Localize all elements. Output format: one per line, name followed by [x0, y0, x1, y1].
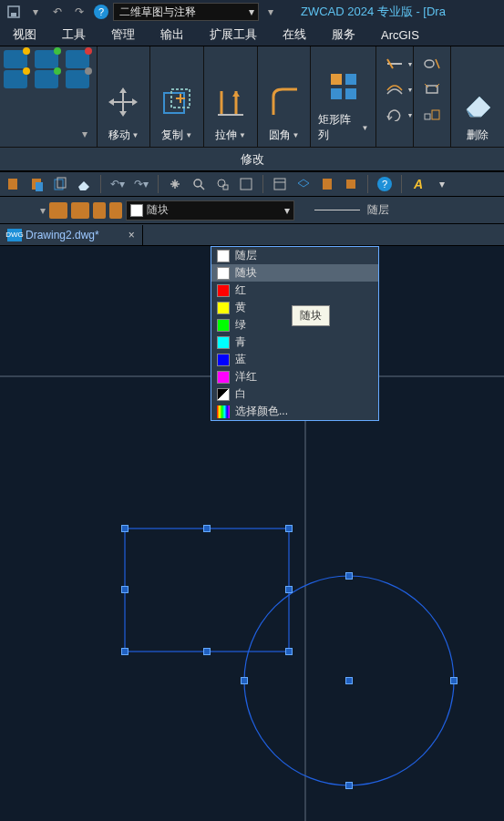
svg-rect-22: [8, 179, 17, 190]
page-setup-icon[interactable]: [109, 202, 122, 219]
color-dropdown[interactable]: 随块 ▾: [126, 200, 294, 221]
svg-rect-10: [345, 74, 356, 85]
help-icon[interactable]: ?: [91, 3, 111, 21]
paste-icon[interactable]: [27, 175, 46, 193]
color-option-cyan[interactable]: 青: [211, 334, 378, 351]
zoom-icon[interactable]: [190, 175, 208, 193]
chevron-down-icon: ▾: [249, 5, 254, 18]
grip-handle[interactable]: [121, 525, 129, 532]
layer-icon[interactable]: [66, 50, 89, 68]
chevron-down-icon[interactable]: ▾: [261, 3, 281, 21]
svg-line-28: [201, 186, 204, 190]
workspace-dropdown[interactable]: 二维草图与注释 ▾: [113, 3, 259, 21]
fillet-button[interactable]: 圆角▼: [258, 46, 312, 147]
explode-icon[interactable]: [421, 81, 443, 97]
save-icon[interactable]: [4, 3, 24, 21]
close-icon[interactable]: ×: [129, 229, 135, 241]
layer-icon[interactable]: [4, 70, 27, 88]
svg-rect-35: [346, 180, 355, 189]
grip-handle[interactable]: [241, 677, 248, 684]
color-option-select[interactable]: 选择颜色...: [211, 403, 378, 420]
color-option-magenta[interactable]: 洋红: [211, 368, 378, 385]
color-option-white[interactable]: 白: [211, 385, 378, 403]
trim-icon[interactable]: ▼: [384, 56, 406, 72]
grip-handle[interactable]: [121, 648, 129, 655]
copy-button[interactable]: 复制▼: [150, 46, 204, 147]
linetype-display[interactable]: 随层: [314, 202, 389, 218]
array-label: 矩形阵列: [318, 112, 359, 143]
layer-icon[interactable]: [4, 50, 27, 68]
svg-point-15: [425, 60, 434, 67]
grip-handle[interactable]: [345, 572, 353, 580]
menu-manage[interactable]: 管理: [111, 26, 135, 43]
menu-online[interactable]: 在线: [283, 26, 306, 43]
svg-point-29: [218, 180, 225, 187]
grip-handle[interactable]: [203, 525, 211, 532]
chevron-down-icon[interactable]: ▾: [433, 175, 451, 193]
menu-service[interactable]: 服务: [332, 26, 355, 43]
stretch-button[interactable]: 拉伸▼: [204, 46, 258, 147]
chevron-down-icon[interactable]: ▾: [4, 125, 93, 143]
chevron-down-icon: ▼: [361, 124, 368, 132]
grip-handle[interactable]: [345, 782, 353, 789]
rotate-icon[interactable]: ▼: [384, 107, 406, 123]
grip-handle[interactable]: [121, 586, 129, 593]
zoom-window-icon[interactable]: [213, 175, 231, 193]
grip-handle[interactable]: [450, 677, 458, 684]
scale-icon[interactable]: [421, 107, 443, 123]
svg-rect-20: [425, 114, 430, 119]
svg-rect-21: [432, 110, 439, 119]
layer-icon[interactable]: [66, 70, 89, 88]
move-label: 移动: [108, 128, 130, 143]
zoom-extents-icon[interactable]: [237, 175, 255, 193]
ribbon-layer-panel: ▾: [0, 46, 98, 147]
array-button[interactable]: 矩形阵列▼: [311, 46, 376, 147]
text-style-icon[interactable]: A: [409, 175, 427, 193]
pan-icon[interactable]: [166, 175, 184, 193]
menu-arcgis[interactable]: ArcGIS: [381, 28, 419, 42]
svg-point-27: [194, 180, 201, 187]
erase-button[interactable]: 删除: [451, 46, 504, 147]
menu-output[interactable]: 输出: [160, 26, 184, 43]
eraser-icon[interactable]: [75, 175, 93, 193]
drawing-canvas[interactable]: 随层 随块 红 黄 绿 青 蓝 洋红 白 选择颜色... 随块: [0, 246, 504, 821]
mirror-icon[interactable]: [421, 56, 443, 72]
linetype-label: 随层: [367, 202, 389, 218]
redo-icon[interactable]: ↷▾: [132, 175, 150, 193]
layer-icon[interactable]: [35, 70, 58, 88]
offset-icon[interactable]: ▼: [384, 81, 406, 97]
file-tab[interactable]: DWG Drawing2.dwg* ×: [0, 225, 143, 245]
layer-icon[interactable]: [35, 50, 58, 68]
grip-handle[interactable]: [285, 586, 293, 593]
undo-icon[interactable]: ↶▾: [108, 175, 127, 193]
copy-icon[interactable]: [51, 175, 69, 193]
grip-handle[interactable]: [285, 525, 293, 532]
menu-view[interactable]: 视图: [13, 26, 36, 43]
calculator-icon[interactable]: [318, 175, 336, 193]
book-icon[interactable]: [342, 175, 360, 193]
menu-tools[interactable]: 工具: [62, 26, 86, 43]
chevron-down-icon[interactable]: ▾: [26, 3, 46, 21]
help-icon[interactable]: ?: [375, 175, 394, 193]
undo-icon[interactable]: ↶: [47, 3, 67, 21]
color-option-bylayer[interactable]: 随层: [211, 247, 378, 264]
layers-icon[interactable]: [294, 175, 313, 193]
clipboard-icon[interactable]: [4, 175, 22, 193]
redo-icon[interactable]: ↷: [69, 3, 89, 21]
menu-extend[interactable]: 扩展工具: [210, 26, 257, 43]
plot-icon[interactable]: [93, 202, 106, 219]
grip-handle[interactable]: [285, 648, 293, 655]
print-icon[interactable]: [49, 202, 67, 219]
ribbon: ▾ 移动▼ 复制▼ 拉伸▼ 圆角▼ 矩形阵列▼ ▼ ▼ ▼: [0, 46, 504, 171]
grip-handle[interactable]: [203, 648, 211, 655]
color-swatch: [130, 204, 143, 217]
color-option-red[interactable]: 红: [211, 282, 378, 299]
print-preview-icon[interactable]: [71, 202, 89, 219]
chevron-down-icon[interactable]: ▾: [40, 204, 46, 217]
properties-icon[interactable]: [271, 175, 289, 193]
move-button[interactable]: 移动▼: [98, 46, 151, 147]
grip-handle[interactable]: [345, 677, 353, 684]
menu-bar: 视图 工具 管理 输出 扩展工具 在线 服务 ArcGIS: [0, 24, 504, 46]
color-option-byblock[interactable]: 随块: [211, 264, 378, 282]
color-option-blue[interactable]: 蓝: [211, 351, 378, 368]
